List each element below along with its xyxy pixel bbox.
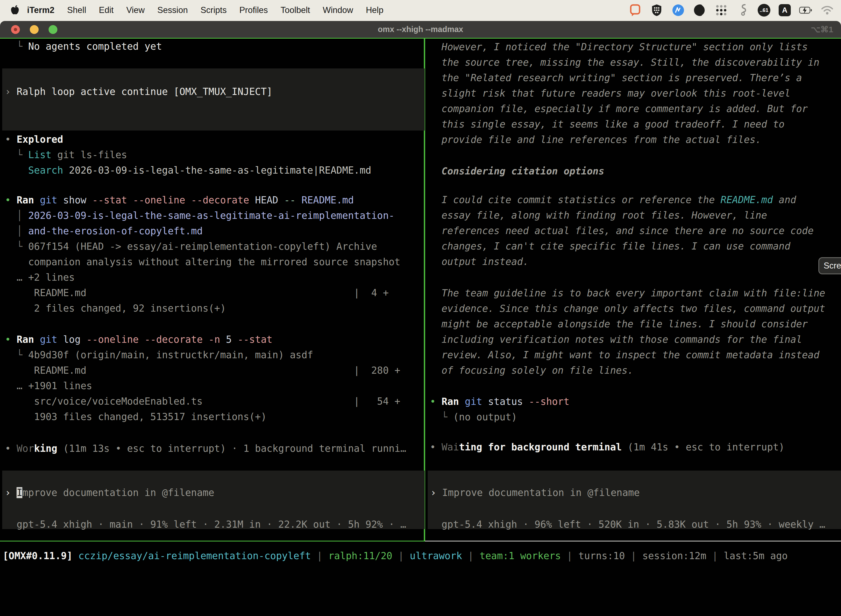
terminal-line: • Explored [5,132,429,147]
terminal-line: gpt-5.4 xhigh · 96% left · 520K in · 5.8… [430,517,841,532]
terminal-screen[interactable]: └ No agents completed yet › Ralph loop a… [0,38,841,616]
terminal-line: › Ralph loop active continue [OMX_TMUX_I… [5,84,425,99]
terminal-line: of focusing solely on file lines. [430,363,841,378]
terminal-line: output instead. [430,254,841,269]
terminal-line: companion analysis without altering the … [5,254,429,270]
right-pane-reasoning-para3: The team guideline is to back every impo… [427,285,841,378]
menu-item-window[interactable]: Window [323,5,353,15]
sync-badge-icon[interactable] [672,4,685,17]
terminal-line: └ No agents completed yet [5,39,429,54]
right-pane-reasoning-heading: Considering citation options [427,163,841,179]
terminal-line: … +2 lines [5,270,429,285]
left-pane-git-log-section: • Ran git log --oneline --decorate -n 5 … [0,332,429,424]
menu-bar-status-icons: ..61 A [629,4,834,17]
dots-grid-icon[interactable] [715,4,728,17]
terminal-line: I could cite commit statistics or refere… [430,192,841,208]
terminal-line: › Improve documentation in @filename [5,485,425,500]
terminal-line: │ 2026-03-09-is-legal-the-same-as-legiti… [5,208,429,223]
menu-item-edit[interactable]: Edit [99,5,113,15]
terminal-line: └ List git ls-files [5,147,429,163]
terminal-line: └ 4b9d30f (origin/main, instructkr/main,… [5,347,429,363]
right-pane-git-status-section: • Ran git status --short └ (no output) [427,394,841,425]
chat-bubble-icon[interactable] [629,4,642,17]
close-button[interactable] [11,25,20,34]
left-pane-bottom-border [0,541,425,541]
battery-charging-icon[interactable] [799,4,812,17]
terminal-line: › Improve documentation in @filename [431,485,841,500]
terminal-line: │ and-the-erosion-of-copyleft.md [5,223,429,239]
terminal-line: └ (no output) [430,409,841,425]
menu-item-iterm2[interactable]: iTerm2 [27,5,54,15]
menu-item-toolbelt[interactable]: Toolbelt [281,5,310,15]
terminal-line: • Ran git log --oneline --decorate -n 5 … [5,332,429,347]
screen-capture-label: Scre [823,258,841,273]
right-pane-model-stats: gpt-5.4 xhigh · 96% left · 520K in · 5.8… [427,517,841,532]
terminal-line: evidence. Since this change only affects… [430,301,841,316]
terminal-line: README.md | 4 + [5,285,429,301]
menu-item-help[interactable]: Help [366,5,384,15]
terminal-line: essay file, along with finding root file… [430,208,841,223]
battery-percent-badge[interactable]: ..61 [757,4,771,16]
close-modified-dot [14,28,17,31]
terminal-line: 1903 files changed, 513517 insertions(+) [5,409,429,424]
menu-item-shell[interactable]: Shell [67,5,86,15]
left-pane-model-stats: gpt-5.4 xhigh · main · 91% left · 2.31M … [0,517,429,532]
window-shortcut-badge: ⌥⌘1 [811,25,833,34]
terminal-line: Considering citation options [430,163,841,179]
menu-item-scripts[interactable]: Scripts [201,5,227,15]
terminal-line: including verification notes with those … [430,332,841,347]
terminal-line: this single essay, it seems like a good … [430,116,841,132]
minimize-button[interactable] [30,25,39,34]
terminal-line: might be acceptable alongside the file l… [430,316,841,332]
left-pane-git-show-section: • Ran git show --stat --oneline --decora… [0,192,429,316]
terminal-line: the "Related research writing" section i… [430,70,841,85]
keyboard-layout-a-icon[interactable]: A [779,4,791,16]
hook-icon[interactable] [736,4,749,17]
apple-menu-icon[interactable] [10,5,19,15]
terminal-line: • Waiting for background terminal (1m 41… [430,439,841,455]
keyboard-layout-label: A [782,6,787,15]
left-pane-working-status: • Working (11m 13s • esc to interrupt) ·… [0,441,429,456]
battery-percent-label: ..61 [760,7,768,13]
zoom-button[interactable] [48,25,57,34]
menu-item-view[interactable]: View [126,5,145,15]
screen-capture-indicator[interactable]: Scre [818,257,841,274]
terminal-line: • Ran git show --stat --oneline --decora… [5,192,429,208]
moon-circle-icon[interactable] [693,4,706,17]
right-pane-reasoning-para2: I could cite commit statistics or refere… [427,192,841,269]
window-titlebar[interactable]: omx --xhigh --madmax ⌥⌘1 [0,21,841,38]
omx-session-status-bar: [OMX#0.11.9] cczip/essay/ai-reimplementa… [0,548,841,563]
terminal-line: src/voice/voiceModeEnabled.ts | 54 + [5,393,429,409]
terminal-line: references need actual files, and since … [430,223,841,238]
terminal-line: companion file, especially if more comme… [430,101,841,116]
shield-keypad-icon[interactable] [650,4,663,17]
terminal-line: [OMX#0.11.9] cczip/essay/ai-reimplementa… [3,548,841,563]
menu-items: iTerm2ShellEditViewSessionScriptsProfile… [27,5,384,15]
terminal-line: Search 2026-03-09-is-legal-the-same-as-l… [5,163,429,178]
right-pane-reasoning-para1: However, I noticed the "Directory Struct… [427,39,841,147]
terminal-line: review. Also, I might want to inspect th… [430,347,841,363]
wifi-icon[interactable] [820,4,834,17]
terminal-line: provide file and line references from th… [430,132,841,147]
menu-item-session[interactable]: Session [157,5,188,15]
terminal-line: However, I noticed the "Directory Struct… [430,39,841,55]
right-pane-waiting-status: • Waiting for background terminal (1m 41… [427,439,841,455]
terminal-line: README.md | 280 + [5,363,429,378]
terminal-line: The team guideline is to back every impo… [430,285,841,301]
left-pane-agents-note: └ No agents completed yet [0,39,429,54]
menu-item-profiles[interactable]: Profiles [239,5,268,15]
window-title: omx --xhigh --madmax [378,25,463,34]
terminal-line: • Working (11m 13s • esc to interrupt) ·… [5,441,429,456]
left-pane-explored-section: • Explored └ List git ls-files Search 20… [0,132,429,178]
terminal-line: 2 files changed, 92 insertions(+) [5,301,429,316]
terminal-line: the source tree, missing the essay. Stil… [430,55,841,70]
macos-menu-bar: iTerm2ShellEditViewSessionScriptsProfile… [0,0,841,21]
terminal-line: • Ran git status --short [430,394,841,409]
terminal-line: gpt-5.4 xhigh · main · 91% left · 2.31M … [5,517,429,532]
terminal-line: └ 067f154 (HEAD -> essay/ai-reimplementa… [5,239,429,254]
terminal-line: changes, I can't cite specific file line… [430,238,841,254]
traffic-lights [11,25,57,34]
ralph-loop-banner: › Ralph loop active continue [OMX_TMUX_I… [2,69,425,131]
terminal-line: slight risk that future readers may over… [430,85,841,101]
right-pane-bottom-border [425,541,841,541]
